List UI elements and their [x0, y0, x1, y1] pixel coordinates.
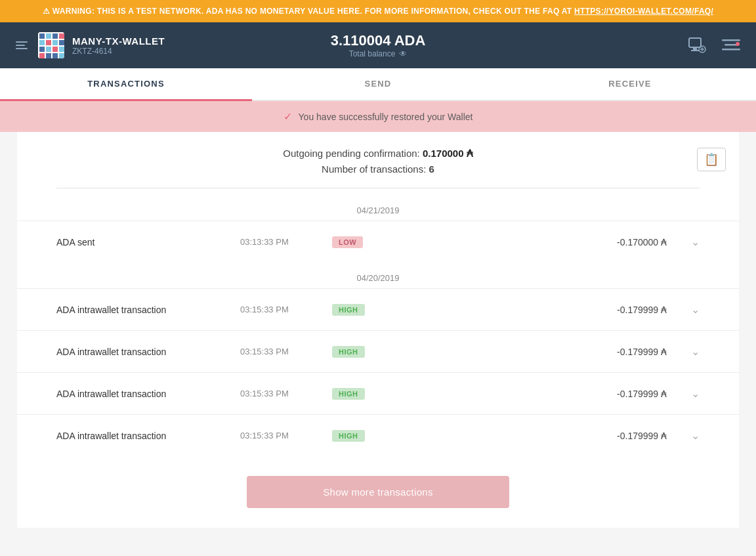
tx-priority: HIGH [332, 387, 385, 400]
svg-rect-15 [52, 53, 58, 58]
date-header-1: 04/21/2019 [17, 195, 739, 221]
show-more-transactions-button[interactable]: Show more transactions [247, 476, 509, 508]
wallet-name: MANY-TX-WALLET [72, 35, 165, 47]
pending-section: Outgoing pending confirmation: 0.170000 … [17, 132, 739, 181]
header-actions [685, 33, 743, 57]
toggle-balance-visibility-icon[interactable]: 👁 [399, 49, 407, 58]
tx-amount: -0.179999 ₳ [562, 305, 667, 315]
svg-rect-11 [52, 47, 58, 52]
svg-rect-14 [46, 53, 51, 58]
priority-badge: HIGH [332, 388, 365, 400]
expand-row-icon[interactable]: ⌄ [680, 429, 700, 442]
svg-rect-8 [59, 40, 64, 45]
tx-amount: -0.179999 ₳ [562, 347, 667, 357]
svg-rect-9 [39, 47, 45, 52]
warning-text: ⚠ WARNING: THIS IS A TEST NETWORK. ADA H… [43, 7, 574, 16]
priority-badge: HIGH [332, 430, 365, 442]
svg-rect-7 [52, 40, 58, 45]
tx-priority: HIGH [332, 303, 385, 316]
svg-rect-4 [59, 33, 64, 39]
svg-rect-6 [46, 40, 51, 45]
tx-time: 03:15:33 PM [240, 389, 319, 398]
divider [56, 188, 700, 188]
expand-row-icon[interactable]: ⌄ [680, 345, 700, 358]
expand-row-icon[interactable]: ⌄ [680, 303, 700, 316]
svg-rect-1 [39, 33, 45, 39]
balance-label-text: Total balance [349, 49, 396, 58]
svg-rect-25 [722, 49, 740, 51]
priority-badge: HIGH [332, 304, 365, 316]
table-row: ADA intrawallet transaction 03:15:33 PM … [17, 372, 739, 414]
tx-time: 03:15:33 PM [240, 305, 319, 314]
svg-rect-23 [722, 39, 740, 41]
pending-label: Outgoing pending confirmation: [283, 148, 419, 159]
table-row: ADA sent 03:13:33 PM LOW -0.170000 ₳ ⌄ [17, 221, 739, 263]
priority-badge: HIGH [332, 346, 365, 358]
expand-row-icon[interactable]: ⌄ [680, 236, 700, 248]
tab-receive[interactable]: RECEIVE [504, 68, 756, 101]
table-row: ADA intrawallet transaction 03:15:33 PM … [17, 330, 739, 372]
tx-time: 03:13:33 PM [240, 237, 319, 247]
warning-link[interactable]: HTTPS://YOROI-WALLET.COM/FAQ/ [574, 7, 713, 16]
wallet-name-group: MANY-TX-WALLET ZKTZ-4614 [72, 35, 165, 56]
priority-badge: LOW [332, 236, 363, 248]
balance-section: 3.110004 ADA Total balance 👁 [331, 32, 426, 58]
warning-bar: ⚠ WARNING: THIS IS A TEST NETWORK. ADA H… [0, 0, 756, 22]
svg-rect-2 [46, 33, 51, 39]
tx-count-value: 6 [429, 163, 434, 175]
svg-rect-5 [39, 40, 45, 45]
svg-rect-3 [52, 33, 58, 39]
expand-row-icon[interactable]: ⌄ [680, 387, 700, 400]
tx-type: ADA intrawallet transaction [56, 347, 227, 357]
tx-priority: HIGH [332, 345, 385, 358]
tx-priority: LOW [332, 236, 385, 248]
date-header-2: 04/20/2019 [17, 263, 739, 288]
tx-type: ADA intrawallet transaction [56, 431, 227, 441]
export-button[interactable]: 📋 [697, 148, 726, 171]
success-message: You have successfully restored your Wall… [299, 112, 473, 122]
tx-priority: HIGH [332, 429, 385, 442]
wallet-settings-icon[interactable] [685, 33, 709, 57]
svg-point-26 [736, 42, 740, 46]
svg-rect-19 [691, 50, 699, 51]
sidebar-toggle[interactable] [13, 39, 30, 52]
tx-type: ADA intrawallet transaction [56, 389, 227, 399]
tab-bar: TRANSACTIONS SEND RECEIVE [0, 68, 756, 101]
main-content: Outgoing pending confirmation: 0.170000 … [17, 132, 739, 528]
wallet-info: MANY-TX-WALLET ZKTZ-4614 [13, 32, 165, 58]
pending-amount-value: 0.170000 [423, 148, 464, 159]
svg-rect-24 [724, 44, 738, 46]
check-icon: ✓ [284, 110, 292, 123]
table-row: ADA intrawallet transaction 03:15:33 PM … [17, 288, 739, 330]
svg-rect-10 [46, 47, 51, 52]
tx-count-text: Number of transactions: 6 [56, 163, 700, 175]
tx-amount: -0.170000 ₳ [562, 237, 667, 247]
tx-time: 03:15:33 PM [240, 347, 319, 356]
wallet-avatar [38, 32, 64, 58]
tx-time: 03:15:33 PM [240, 431, 319, 440]
menu-icon[interactable] [719, 33, 743, 57]
balance-amount: 3.110004 ADA [331, 32, 426, 49]
svg-rect-16 [59, 53, 64, 58]
svg-rect-13 [39, 53, 45, 58]
balance-label: Total balance 👁 [331, 49, 426, 58]
tx-amount: -0.179999 ₳ [562, 431, 667, 441]
tx-amount: -0.179999 ₳ [562, 389, 667, 399]
header: MANY-TX-WALLET ZKTZ-4614 3.110004 ADA To… [0, 22, 756, 68]
show-more-section: Show more transactions [17, 456, 739, 528]
svg-rect-12 [59, 47, 64, 52]
tab-transactions[interactable]: TRANSACTIONS [0, 68, 252, 101]
success-banner: ✓ You have successfully restored your Wa… [0, 101, 756, 132]
pending-amount: 0.170000 ₳ [423, 148, 473, 159]
pending-text: Outgoing pending confirmation: 0.170000 … [56, 148, 700, 160]
tx-type: ADA intrawallet transaction [56, 305, 227, 315]
table-row: ADA intrawallet transaction 03:15:33 PM … [17, 414, 739, 456]
svg-rect-18 [693, 47, 697, 50]
tab-send[interactable]: SEND [252, 68, 504, 101]
tx-type: ADA sent [56, 237, 227, 247]
svg-rect-17 [689, 38, 701, 47]
wallet-id: ZKTZ-4614 [72, 47, 165, 56]
tx-count-label: Number of transactions: [322, 163, 426, 175]
